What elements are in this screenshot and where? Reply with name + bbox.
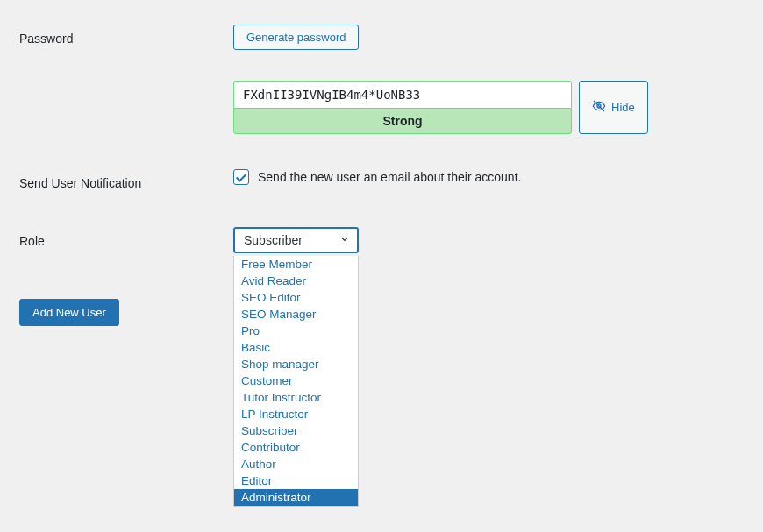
role-field-col: Subscriber Free MemberAvid ReaderSEO Edi… [233, 227, 763, 253]
send-notification-checkbox[interactable] [233, 169, 249, 185]
eye-slash-icon [592, 99, 606, 116]
submit-row: Add New User [19, 299, 763, 326]
role-option[interactable]: Editor [234, 472, 358, 489]
password-row: Password Generate password Strong Hide [19, 25, 763, 134]
password-line: Strong Hide [233, 81, 763, 134]
role-option[interactable]: Contributor [234, 439, 358, 456]
role-option[interactable]: Pro [234, 323, 358, 339]
role-row: Role Subscriber Free MemberAvid ReaderSE… [19, 227, 763, 253]
password-input-wrap: Strong [233, 81, 572, 134]
generate-password-button[interactable]: Generate password [233, 25, 359, 50]
role-option[interactable]: SEO Manager [234, 306, 358, 323]
role-dropdown-list: Free MemberAvid ReaderSEO EditorSEO Mana… [233, 256, 359, 507]
add-new-user-button[interactable]: Add New User [19, 299, 119, 326]
hide-button-label: Hide [611, 101, 635, 114]
role-option[interactable]: Avid Reader [234, 273, 358, 289]
role-selected-label: Subscriber [244, 233, 303, 247]
check-icon [234, 170, 248, 185]
role-option[interactable]: Administrator [234, 489, 358, 506]
role-option[interactable]: Shop manager [234, 356, 358, 372]
role-option[interactable]: Free Member [234, 256, 358, 273]
role-option[interactable]: Basic [234, 339, 358, 356]
role-option[interactable]: Customer [234, 372, 358, 389]
notification-field-col: Send the new user an email about their a… [233, 169, 763, 185]
password-field-col: Generate password Strong Hide [233, 25, 763, 134]
password-input[interactable] [233, 81, 572, 108]
notification-row: Send User Notification Send the new user… [19, 169, 763, 190]
notification-description: Send the new user an email about their a… [258, 170, 521, 184]
hide-password-button[interactable]: Hide [579, 81, 648, 134]
generate-password-label: Generate password [246, 31, 346, 44]
role-option[interactable]: Author [234, 456, 358, 472]
password-label: Password [19, 25, 233, 46]
chevron-down-icon [339, 233, 350, 247]
role-select[interactable]: Subscriber [233, 227, 359, 253]
password-strength-meter: Strong [233, 108, 572, 134]
notification-label: Send User Notification [19, 169, 233, 190]
role-option[interactable]: SEO Editor [234, 289, 358, 306]
role-select-wrap: Subscriber Free MemberAvid ReaderSEO Edi… [233, 227, 359, 253]
role-option[interactable]: Tutor Instructor [234, 389, 358, 406]
role-option[interactable]: Subscriber [234, 422, 358, 439]
role-label: Role [19, 227, 233, 248]
role-option[interactable]: LP Instructor [234, 406, 358, 422]
add-new-user-label: Add New User [32, 306, 106, 319]
